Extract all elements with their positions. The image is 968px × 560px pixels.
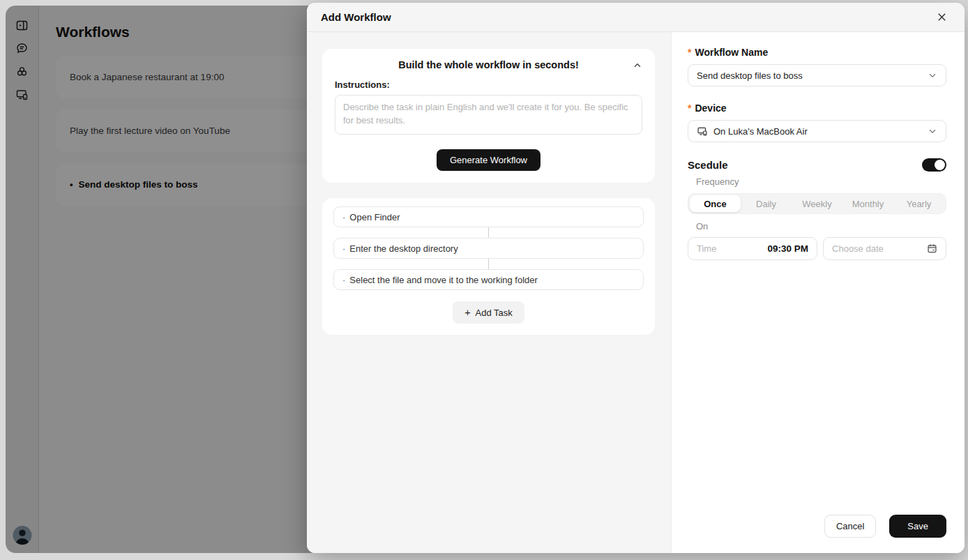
schedule-toggle[interactable] <box>922 158 946 172</box>
add-task-button[interactable]: + Add Task <box>453 301 524 324</box>
workflow-name-value: Send desktop files to boss <box>697 70 928 81</box>
save-button[interactable]: Save <box>889 515 946 538</box>
frequency-tab-weekly[interactable]: Weekly <box>792 195 842 212</box>
task-marker: · <box>342 243 345 254</box>
workflow-builder-column: Build the whole workflow in seconds! Ins… <box>307 32 672 553</box>
on-label: On <box>696 221 946 232</box>
modal-footer: Cancel Save <box>824 515 946 538</box>
modal-title: Add Workflow <box>321 11 391 23</box>
generate-workflow-button[interactable]: Generate Workflow <box>437 149 540 171</box>
toggle-knob <box>935 160 945 170</box>
required-marker: * <box>688 103 691 114</box>
plus-icon: + <box>464 307 470 318</box>
calendar-icon <box>927 243 937 254</box>
frequency-label: Frequency <box>696 176 946 187</box>
task-label: Open Finder <box>349 212 400 222</box>
date-input[interactable]: Choose date <box>823 237 946 260</box>
schedule-row: Scedule <box>688 158 946 172</box>
device-select[interactable]: On Luka's MacBook Air <box>688 120 946 142</box>
time-value: 09:30 PM <box>768 243 809 254</box>
add-workflow-modal: Add Workflow Build the whole workflow in… <box>307 3 965 553</box>
frequency-tab-monthly[interactable]: Monthly <box>842 195 893 212</box>
task-connector <box>488 259 490 269</box>
workflow-settings-column: * Workflow Name Send desktop files to bo… <box>672 32 965 553</box>
chevron-down-icon <box>928 70 937 80</box>
frequency-tab-yearly[interactable]: Yearly <box>893 195 944 212</box>
builder-actions: Generate Workflow <box>335 149 642 171</box>
close-icon[interactable] <box>934 10 949 25</box>
workflow-name-label: * Workflow Name <box>688 47 946 58</box>
task-marker: · <box>342 275 345 285</box>
device-label: * Device <box>688 103 946 114</box>
task-row[interactable]: · Open Finder <box>333 206 644 227</box>
frequency-segmented-control: Once Daily Weekly Monthly Yearly <box>688 193 946 214</box>
workflow-name-select[interactable]: Send desktop files to boss <box>688 64 946 86</box>
ai-builder-card: Build the whole workflow in seconds! Ins… <box>322 49 655 183</box>
instructions-label: Instructions: <box>335 80 642 90</box>
add-task-wrap: + Add Task <box>333 301 644 324</box>
add-task-label: Add Task <box>476 308 513 318</box>
chevron-down-icon <box>928 126 937 136</box>
instructions-input[interactable] <box>335 95 642 135</box>
task-connector <box>488 227 490 238</box>
time-input[interactable]: Time 09:30 PM <box>688 237 817 260</box>
ai-builder-title: Build the whole workflow in seconds! <box>335 59 642 70</box>
modal-header: Add Workflow <box>307 3 965 32</box>
task-label: Enter the desktop directory <box>349 243 457 254</box>
modal-body: Build the whole workflow in seconds! Ins… <box>307 32 965 553</box>
required-marker: * <box>688 47 691 58</box>
datetime-row: Time 09:30 PM Choose date <box>688 237 946 260</box>
devices-icon <box>697 126 708 137</box>
ai-builder-header: Build the whole workflow in seconds! <box>335 59 642 70</box>
time-placeholder: Time <box>697 243 716 254</box>
task-list-card: · Open Finder · Enter the desktop direct… <box>322 198 655 335</box>
frequency-tab-once[interactable]: Once <box>690 195 741 212</box>
date-placeholder: Choose date <box>832 243 884 254</box>
screen: Workflows Book a Japanese restaurant at … <box>0 0 968 560</box>
task-row[interactable]: · Enter the desktop directory <box>333 238 644 259</box>
frequency-tab-daily[interactable]: Daily <box>741 195 792 212</box>
task-label: Select the file and move it to the worki… <box>349 275 538 285</box>
chevron-up-icon[interactable] <box>633 61 642 70</box>
cancel-button[interactable]: Cancel <box>824 515 876 538</box>
task-row[interactable]: · Select the file and move it to the wor… <box>333 269 644 290</box>
task-marker: · <box>342 212 345 222</box>
device-value: On Luka's MacBook Air <box>713 126 928 137</box>
schedule-label: Scedule <box>688 159 728 171</box>
